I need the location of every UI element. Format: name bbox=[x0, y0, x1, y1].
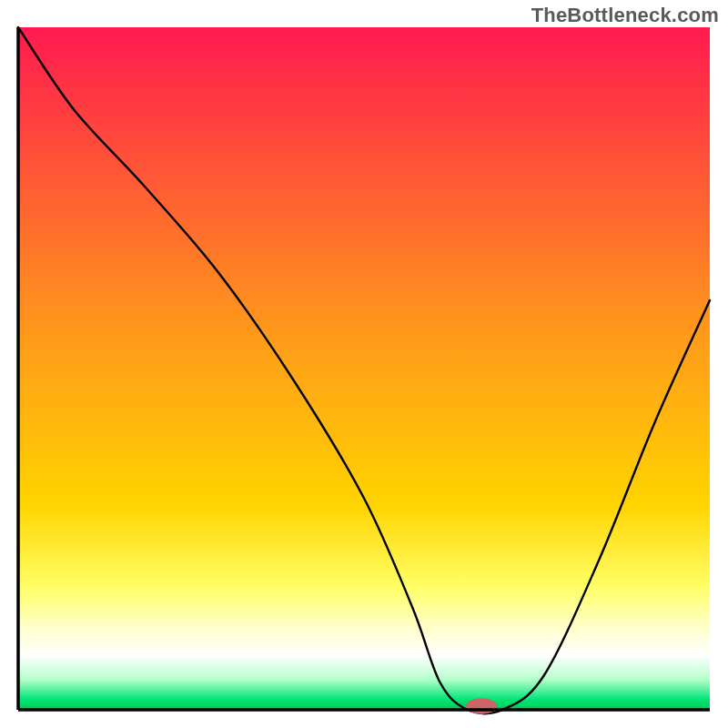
bottleneck-chart bbox=[0, 0, 728, 728]
plot-background bbox=[18, 27, 710, 710]
optimal-marker bbox=[466, 699, 496, 714]
